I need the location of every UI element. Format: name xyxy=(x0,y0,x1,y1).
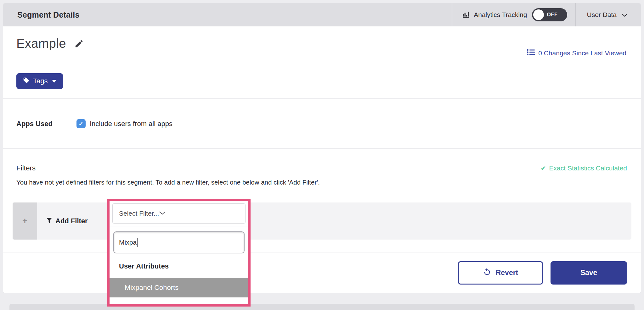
funnel-icon xyxy=(46,217,52,225)
add-filter-plus-button[interactable]: + xyxy=(13,202,37,240)
changes-list-icon xyxy=(527,49,535,57)
segment-name: Example xyxy=(16,36,66,51)
header-right: Analytics Tracking OFF User Data xyxy=(452,3,641,26)
apps-used-section: Apps Used ✓ Include users from all apps xyxy=(3,99,641,148)
filters-section: Filters ✔ Exact Statistics Calculated Yo… xyxy=(3,149,641,252)
apps-used-label: Apps Used xyxy=(16,120,76,128)
filter-search-value: Mixpa xyxy=(119,239,137,246)
check-icon: ✔ xyxy=(541,164,546,172)
revert-button[interactable]: Revert xyxy=(458,261,543,285)
exact-statistics-label: Exact Statistics Calculated xyxy=(549,164,627,172)
filter-search-input[interactable]: Mixpa xyxy=(113,231,245,253)
filters-header: Filters ✔ Exact Statistics Calculated xyxy=(3,149,641,172)
add-filter-label-group[interactable]: Add Filter xyxy=(37,202,88,240)
filter-select-highlight-box: Select Filter... Mixpa User Attributes M… xyxy=(107,199,251,307)
changes-link-label: 0 Changes Since Last Viewed xyxy=(538,49,626,57)
user-data-dropdown[interactable]: User Data xyxy=(575,3,641,26)
edit-pencil-icon[interactable] xyxy=(74,39,84,50)
save-button[interactable]: Save xyxy=(551,261,627,285)
chevron-down-icon xyxy=(617,11,628,19)
filter-select[interactable]: Select Filter... xyxy=(112,203,246,224)
add-filter-row: + Add Filter xyxy=(13,202,631,240)
analytics-tracking-group: Analytics Tracking OFF xyxy=(452,3,575,26)
text-cursor xyxy=(137,238,138,247)
page-title: Segment Details xyxy=(3,3,80,26)
tag-icon xyxy=(23,77,30,86)
exact-statistics-status: ✔ Exact Statistics Calculated xyxy=(541,164,627,172)
revert-button-label: Revert xyxy=(496,268,518,277)
include-all-apps-checkbox[interactable]: ✓ xyxy=(76,119,86,128)
segment-details-page: Segment Details Analytics Tracking OFF U… xyxy=(0,0,644,310)
plus-icon: + xyxy=(22,216,27,226)
actions-section: Revert Save xyxy=(3,252,641,293)
filter-select-value: Select Filter... xyxy=(119,210,159,217)
analytics-tracking-label: Analytics Tracking xyxy=(474,11,527,19)
save-button-label: Save xyxy=(580,268,597,277)
analytics-tracking-toggle[interactable]: OFF xyxy=(532,8,567,21)
caret-down-icon xyxy=(52,80,56,83)
filter-dropdown-panel: Mixpa User Attributes Mixpanel Cohorts xyxy=(110,226,248,304)
dropdown-option-mixpanel-cohorts[interactable]: Mixpanel Cohorts xyxy=(110,278,248,297)
segment-name-section: Example Tags 0 Changes Since Last Viewed xyxy=(3,26,641,98)
toggle-knob xyxy=(533,9,544,20)
tags-button-label: Tags xyxy=(33,77,48,85)
bar-chart-icon xyxy=(462,10,470,19)
dropdown-group-header: User Attributes xyxy=(110,253,248,270)
add-filter-label: Add Filter xyxy=(55,217,88,225)
toggle-state-label: OFF xyxy=(547,12,557,18)
card-header: Segment Details Analytics Tracking OFF U… xyxy=(3,3,641,26)
user-data-label: User Data xyxy=(587,11,617,19)
select-chevron-down-icon xyxy=(159,211,166,216)
tags-button[interactable]: Tags xyxy=(16,73,63,89)
next-section-panel xyxy=(9,304,635,310)
segment-title-row: Example xyxy=(3,26,641,51)
filters-title: Filters xyxy=(16,164,36,172)
undo-icon xyxy=(483,268,491,278)
include-all-apps-label: Include users from all apps xyxy=(90,120,172,128)
segment-details-card: Segment Details Analytics Tracking OFF U… xyxy=(3,3,641,293)
filters-empty-message: You have not yet defined filters for thi… xyxy=(3,172,641,186)
changes-since-last-viewed-link[interactable]: 0 Changes Since Last Viewed xyxy=(527,49,626,57)
checkmark-icon: ✓ xyxy=(79,120,84,127)
